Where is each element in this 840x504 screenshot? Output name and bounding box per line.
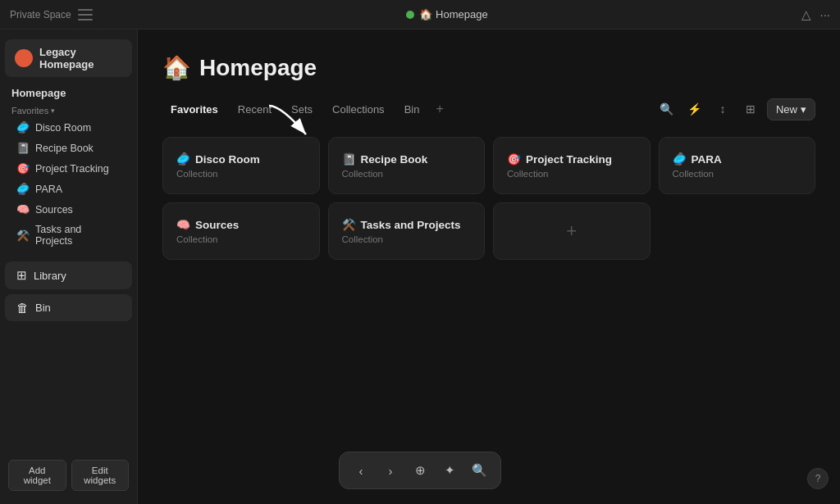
- page-title-header: 🏠 Homepage: [419, 8, 487, 20]
- card-para[interactable]: 🥏 PARA Collection: [659, 137, 816, 194]
- tab-bar: Favorites Recent Sets Collections Bin + …: [162, 98, 815, 120]
- tab-recent[interactable]: Recent: [230, 99, 280, 120]
- sidebar-item-recipe-book-label: Recipe Book: [35, 143, 94, 154]
- sidebar: Legacy Homepage Homepage Favorites ▾ 🥏 D…: [0, 30, 138, 504]
- sidebar-bottom: Add widget Edit widgets: [0, 453, 137, 497]
- homepage-label[interactable]: Homepage: [0, 80, 137, 102]
- card-sources-type: Collection: [176, 234, 306, 244]
- toolbar-grid-btn[interactable]: ✦: [436, 457, 463, 484]
- main-layout: Legacy Homepage Homepage Favorites ▾ 🥏 D…: [0, 30, 840, 504]
- sidebar-logo[interactable]: Legacy Homepage: [5, 39, 132, 77]
- toolbar-search-btn[interactable]: 🔍: [466, 457, 492, 484]
- card-project-tracking-name: 🎯 Project Tracking: [507, 152, 637, 166]
- logo-icon: [15, 49, 33, 67]
- tab-collections[interactable]: Collections: [324, 99, 393, 120]
- search-icon: 🔍: [472, 463, 487, 478]
- card-project-tracking[interactable]: 🎯 Project Tracking Collection: [493, 137, 651, 194]
- card-project-tracking-icon: 🎯: [507, 152, 521, 166]
- sources-icon: 🧠: [16, 203, 30, 216]
- para-icon: 🥏: [16, 183, 30, 195]
- titlebar-left: Private Space: [10, 9, 93, 20]
- edit-widgets-button[interactable]: Edit widgets: [71, 460, 130, 491]
- card-empty-slot: [659, 202, 816, 260]
- new-button-chevron: ▾: [801, 103, 806, 116]
- sidebar-bin[interactable]: 🗑 Bin: [5, 294, 132, 321]
- sort-action-btn[interactable]: ↕: [711, 98, 734, 120]
- sidebar-library[interactable]: ⊞ Library: [5, 261, 132, 289]
- card-para-type: Collection: [673, 169, 802, 179]
- view-action-btn[interactable]: ⊞: [739, 98, 762, 120]
- logo-text: Legacy Homepage: [39, 46, 122, 70]
- sidebar-toggle-btn[interactable]: [78, 9, 93, 20]
- next-icon: ›: [389, 464, 393, 478]
- tab-sets[interactable]: Sets: [283, 99, 321, 120]
- sidebar-item-sources[interactable]: 🧠 Sources: [5, 199, 132, 220]
- card-para-icon: 🥏: [673, 152, 687, 166]
- titlebar-center: 🏠 Homepage: [406, 8, 487, 20]
- card-tasks-projects-name: ⚒️ Tasks and Projects: [342, 218, 472, 231]
- sidebar-item-disco-room[interactable]: 🥏 Disco Room: [5, 117, 132, 138]
- card-tasks-projects-type: Collection: [342, 234, 472, 244]
- toolbar-add-btn[interactable]: ⊕: [407, 457, 433, 484]
- card-disco-room-icon: 🥏: [176, 152, 190, 166]
- new-button-label: New: [776, 103, 797, 116]
- card-sources[interactable]: 🧠 Sources Collection: [162, 202, 320, 260]
- card-recipe-book-name: 📓 Recipe Book: [342, 152, 472, 166]
- favorites-section[interactable]: Favorites ▾: [0, 102, 137, 117]
- sidebar-item-project-tracking[interactable]: 🎯 Project Tracking: [5, 158, 132, 179]
- filter-action-btn[interactable]: ⚡: [683, 98, 706, 120]
- workspace-label: Private Space: [10, 9, 71, 20]
- tab-bin[interactable]: Bin: [396, 99, 428, 120]
- favorites-grid-row2: 🧠 Sources Collection ⚒️ Tasks and Projec…: [162, 202, 815, 260]
- page-heading: 🏠 Homepage: [162, 54, 815, 81]
- grid-icon: ✦: [445, 463, 455, 478]
- sidebar-item-disco-room-label: Disco Room: [35, 122, 91, 134]
- tab-actions: 🔍 ⚡ ↕ ⊞ New ▾: [655, 98, 815, 120]
- card-recipe-book-icon: 📓: [342, 152, 356, 166]
- page-title-text: Homepage: [199, 55, 317, 81]
- card-add-new[interactable]: +: [493, 202, 651, 260]
- library-label: Library: [34, 270, 66, 282]
- sidebar-item-recipe-book[interactable]: 📓 Recipe Book: [5, 138, 132, 158]
- toolbar-next-btn[interactable]: ›: [377, 457, 404, 484]
- card-project-tracking-type: Collection: [507, 169, 637, 179]
- sidebar-item-sources-label: Sources: [35, 204, 73, 216]
- card-sources-icon: 🧠: [176, 218, 190, 231]
- bin-icon: 🗑: [16, 301, 29, 315]
- bottom-toolbar: ‹ › ⊕ ✦ 🔍: [339, 452, 501, 489]
- alert-icon[interactable]: △: [801, 7, 811, 22]
- sidebar-item-tasks-projects[interactable]: ⚒️ Tasks and Projects: [5, 220, 132, 251]
- sidebar-item-para-label: PARA: [35, 184, 62, 195]
- card-tasks-projects[interactable]: ⚒️ Tasks and Projects Collection: [328, 202, 486, 260]
- toolbar-prev-btn[interactable]: ‹: [348, 457, 374, 484]
- help-button[interactable]: ?: [807, 468, 829, 489]
- project-tracking-icon: 🎯: [16, 162, 30, 175]
- titlebar: Private Space 🏠 Homepage △ ···: [0, 0, 840, 30]
- favorites-grid-row1: 🥏 Disco Room Collection 📓 Recipe Book Co…: [162, 137, 815, 194]
- status-indicator: [406, 11, 414, 19]
- card-recipe-book[interactable]: 📓 Recipe Book Collection: [328, 137, 486, 194]
- more-icon[interactable]: ···: [819, 7, 830, 21]
- card-disco-room[interactable]: 🥏 Disco Room Collection: [162, 137, 320, 194]
- tasks-projects-icon: ⚒️: [16, 229, 30, 242]
- favorites-label: Favorites: [11, 106, 48, 116]
- new-button[interactable]: New ▾: [767, 98, 815, 120]
- tab-favorites[interactable]: Favorites: [162, 99, 226, 120]
- sidebar-item-para[interactable]: 🥏 PARA: [5, 179, 132, 199]
- add-icon: ⊕: [415, 463, 426, 478]
- tab-add-button[interactable]: +: [431, 100, 448, 118]
- card-para-name: 🥏 PARA: [673, 152, 802, 166]
- disco-room-icon: 🥏: [16, 121, 30, 134]
- help-icon: ?: [815, 473, 821, 484]
- library-grid-icon: ⊞: [16, 268, 27, 283]
- favorites-chevron: ▾: [51, 107, 55, 115]
- content-area: 🏠 Homepage Favorites Recent Sets Collect…: [138, 30, 840, 504]
- card-sources-name: 🧠 Sources: [176, 218, 306, 231]
- sidebar-item-project-tracking-label: Project Tracking: [35, 163, 109, 175]
- add-widget-button[interactable]: Add widget: [8, 460, 66, 491]
- search-action-btn[interactable]: 🔍: [655, 98, 678, 120]
- card-disco-room-type: Collection: [176, 169, 306, 179]
- bin-label: Bin: [35, 302, 51, 314]
- card-tasks-projects-icon: ⚒️: [342, 218, 356, 231]
- card-recipe-book-type: Collection: [342, 169, 472, 179]
